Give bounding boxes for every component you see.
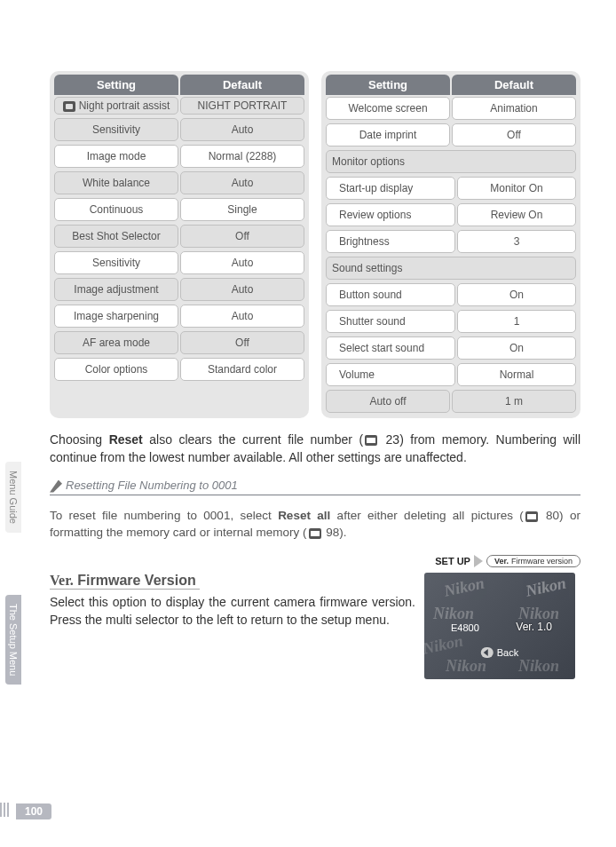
table-header-row: Setting Default bbox=[325, 75, 577, 95]
col-header-default: Default bbox=[452, 75, 576, 95]
reset-paragraph: Choosing Reset also clears the current f… bbox=[50, 431, 580, 466]
setting-name: Night portrait assist bbox=[54, 97, 178, 115]
col-header-setting: Setting bbox=[326, 75, 450, 95]
breadcrumb-label: Firmware version bbox=[511, 557, 573, 566]
table-row: Image sharpeningAuto bbox=[53, 303, 305, 329]
note-title: Resetting File Numbering to 0001 bbox=[66, 479, 238, 492]
setting-name: Brightness bbox=[326, 230, 455, 253]
table-row: Color optionsStandard color bbox=[53, 356, 305, 383]
setting-default: Auto bbox=[180, 278, 304, 301]
camera-model: E4800 bbox=[451, 622, 479, 633]
page-footer: 100 bbox=[0, 803, 51, 820]
setting-name: Auto off bbox=[326, 390, 450, 413]
brand-watermark: Nikon bbox=[518, 657, 559, 676]
table-section-header: Sound settings bbox=[325, 255, 577, 281]
setting-default: Monitor On bbox=[457, 177, 576, 200]
setting-name: Shutter sound bbox=[326, 310, 455, 333]
col-header-setting: Setting bbox=[54, 75, 178, 95]
setting-default: Single bbox=[180, 198, 304, 221]
page-ref-icon bbox=[309, 528, 321, 539]
table-row: White balanceAuto bbox=[53, 170, 305, 196]
note-body: To reset file numbering to 0001, select … bbox=[50, 507, 580, 541]
chevron-right-icon bbox=[474, 555, 483, 567]
table-row: Review optionsReview On bbox=[325, 202, 577, 228]
table-row: Auto off1 m bbox=[325, 388, 577, 415]
setting-default: Auto bbox=[180, 171, 304, 194]
col-header-default: Default bbox=[180, 75, 304, 95]
table-row: Night portrait assistNIGHT PORTRAIT bbox=[53, 95, 305, 116]
setting-default: Off bbox=[180, 225, 304, 248]
setting-default: Off bbox=[452, 123, 576, 146]
camera-screen-preview: Nikon Nikon Nikon Nikon Nikon Nikon Niko… bbox=[424, 573, 575, 679]
settings-tables: Setting Default Night portrait assistNIG… bbox=[50, 71, 580, 418]
setting-default: Animation bbox=[452, 97, 576, 120]
setting-default: Normal (2288) bbox=[180, 145, 304, 168]
section-label: Monitor options bbox=[326, 150, 576, 173]
setting-default: NIGHT PORTRAIT bbox=[180, 97, 304, 115]
setting-name: Button sound bbox=[326, 283, 455, 306]
text: after either deleting all pictures ( bbox=[330, 509, 523, 522]
table-row: Start-up displayMonitor On bbox=[325, 175, 577, 202]
brand-watermark: Nikon bbox=[524, 574, 567, 600]
setting-name: Best Shot Selector bbox=[54, 225, 178, 248]
note-heading: Resetting File Numbering to 0001 bbox=[50, 479, 580, 495]
setting-name: Sensitivity bbox=[54, 118, 178, 141]
ver-prefix: Ver. bbox=[50, 573, 74, 588]
brand-watermark: Nikon bbox=[424, 631, 465, 658]
arrow-left-icon bbox=[481, 647, 494, 658]
page-ref-icon bbox=[365, 435, 377, 446]
text: also clears the current file number ( bbox=[143, 432, 363, 447]
back-indicator: Back bbox=[481, 647, 518, 658]
pencil-icon bbox=[50, 480, 62, 493]
reset-keyword: Reset bbox=[109, 432, 143, 447]
table-row: SensitivityAuto bbox=[53, 249, 305, 276]
setting-default: Auto bbox=[180, 118, 304, 141]
page-number: 100 bbox=[16, 803, 51, 819]
setting-name: Continuous bbox=[54, 198, 178, 221]
side-tabs: Menu Guide The Setup Menu bbox=[5, 462, 21, 747]
breadcrumb-pill: Ver. Firmware version bbox=[486, 555, 580, 567]
table-row: VolumeNormal bbox=[325, 361, 577, 388]
table-row: Brightness3 bbox=[325, 228, 577, 255]
side-tab-menu-guide: Menu Guide bbox=[5, 462, 21, 533]
setting-default: Auto bbox=[180, 251, 304, 274]
setting-default: On bbox=[457, 283, 576, 306]
ver-prefix: Ver. bbox=[494, 557, 509, 566]
brand-watermark: Nikon bbox=[433, 605, 474, 623]
back-label: Back bbox=[497, 647, 518, 658]
setting-name: Start-up display bbox=[326, 177, 455, 200]
table-row: Button soundOn bbox=[325, 281, 577, 308]
firmware-heading-text: Firmware Version bbox=[77, 573, 195, 588]
scene-mode-icon bbox=[63, 101, 75, 112]
footer-bars-icon bbox=[0, 803, 11, 820]
setting-name: Sensitivity bbox=[54, 251, 178, 274]
setting-default: 3 bbox=[457, 230, 576, 253]
table-row: Image modeNormal (2288) bbox=[53, 143, 305, 170]
firmware-version-value: Ver. 1.0 bbox=[516, 621, 552, 633]
table-row: Welcome screenAnimation bbox=[325, 95, 577, 122]
table-row: ContinuousSingle bbox=[53, 196, 305, 223]
setting-default: Off bbox=[180, 331, 304, 354]
setting-name: AF area mode bbox=[54, 331, 178, 354]
setting-default: 1 bbox=[457, 310, 576, 333]
reset-all-keyword: Reset all bbox=[278, 509, 330, 522]
setting-default: Review On bbox=[457, 203, 576, 226]
table-header-row: Setting Default bbox=[53, 75, 305, 95]
setting-name: Select start sound bbox=[326, 336, 455, 360]
table-row: SensitivityAuto bbox=[53, 116, 305, 143]
section-label: Sound settings bbox=[326, 257, 576, 280]
setting-default: Standard color bbox=[180, 358, 304, 381]
table-section-header: Monitor options bbox=[325, 148, 577, 175]
text: 98). bbox=[323, 526, 347, 539]
setting-default: Auto bbox=[180, 305, 304, 328]
setting-default: On bbox=[457, 336, 576, 360]
setting-default: Normal bbox=[457, 363, 576, 386]
side-tab-setup-menu: The Setup Menu bbox=[5, 595, 21, 685]
left-settings-table: Setting Default Night portrait assistNIG… bbox=[50, 71, 309, 418]
setting-name: Date imprint bbox=[326, 123, 450, 146]
table-row: Image adjustmentAuto bbox=[53, 276, 305, 303]
firmware-heading: Ver. Firmware Version bbox=[50, 573, 200, 590]
brand-watermark: Nikon bbox=[446, 657, 486, 676]
firmware-paragraph: Select this option to display the curren… bbox=[50, 593, 415, 629]
table-row: Select start soundOn bbox=[325, 335, 577, 361]
